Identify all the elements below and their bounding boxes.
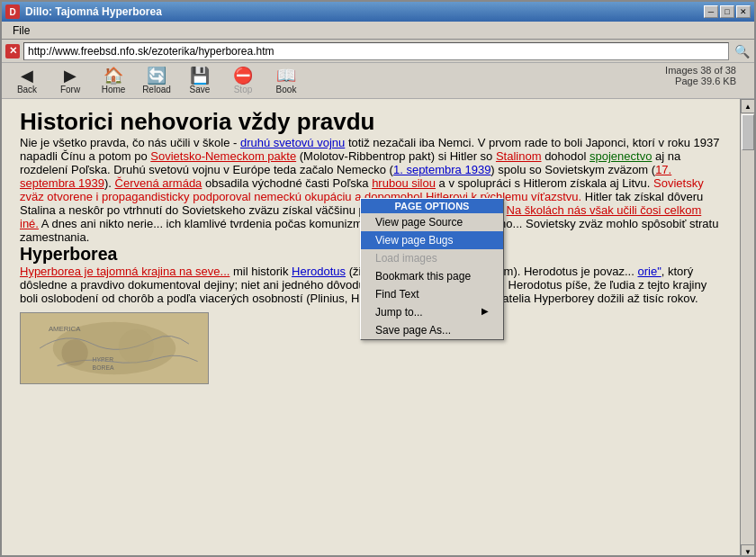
file-menu[interactable]: File — [5, 22, 37, 39]
maximize-button[interactable]: □ — [720, 5, 734, 18]
scrollbar[interactable]: ▲ ▼ — [740, 99, 754, 557]
ctx-jump-to[interactable]: Jump to... — [361, 303, 503, 321]
page-info: Page 39.6 KB — [675, 76, 736, 86]
back-icon: ◀ — [21, 67, 33, 84]
toolbar: ◀ Back ▶ Forw 🏠 Home 🔄 Reload 💾 Save ⛔ S… — [2, 63, 754, 99]
stop-icon: ⛔ — [233, 67, 253, 84]
ctx-load-images: Load images — [361, 249, 503, 267]
reload-label: Reload — [142, 85, 171, 94]
minimize-button[interactable]: ─ — [704, 5, 718, 18]
context-menu-title: PAGE OPTIONS — [361, 199, 503, 213]
svg-point-5 — [62, 339, 88, 365]
save-icon: 💾 — [190, 67, 210, 84]
home-label: Home — [102, 85, 126, 94]
page-title: Historici nehovoria vždy pravdu — [20, 108, 722, 136]
address-x-button[interactable]: ✕ — [5, 44, 20, 58]
title-buttons: ─ □ ✕ — [704, 5, 751, 18]
search-icon[interactable]: 🔍 — [733, 42, 751, 60]
forward-icon: ▶ — [64, 67, 76, 84]
forward-label: Forw — [60, 85, 80, 94]
title-bar: D Dillo: Tajomná Hyperborea ─ □ ✕ — [2, 2, 754, 22]
title-bar-left: D Dillo: Tajomná Hyperborea — [5, 4, 162, 19]
ctx-bookmark[interactable]: Bookmark this page — [361, 267, 503, 285]
scroll-up-button[interactable]: ▲ — [741, 99, 755, 113]
scroll-thumb[interactable] — [742, 114, 754, 150]
address-input[interactable] — [23, 42, 729, 60]
ctx-save-page[interactable]: Save page As... — [361, 321, 503, 339]
app-icon: D — [5, 4, 20, 19]
home-button[interactable]: 🏠 Home — [92, 65, 135, 97]
close-button[interactable]: ✕ — [736, 5, 751, 18]
book-icon: 📖 — [276, 67, 296, 84]
stop-label: Stop — [234, 85, 253, 94]
svg-text:AMERICA: AMERICA — [49, 325, 81, 333]
ctx-view-bugs[interactable]: View page Bugs — [361, 231, 503, 249]
stop-button[interactable]: ⛔ Stop — [221, 65, 265, 97]
back-label: Back — [17, 85, 37, 94]
images-info: Images 38 of 38 — [665, 65, 736, 76]
book-button[interactable]: 📖 Book — [265, 65, 308, 97]
toolbar-info: Images 38 of 38 Page 39.6 KB — [665, 65, 736, 86]
map-image: AMERICA HYPER BOREA — [20, 312, 209, 384]
home-icon: 🏠 — [104, 67, 123, 84]
window-title: Dillo: Tajomná Hyperborea — [25, 5, 162, 18]
context-menu: PAGE OPTIONS View page Source View page … — [360, 198, 504, 340]
reload-icon: 🔄 — [147, 67, 166, 84]
svg-text:BOREA: BOREA — [93, 364, 114, 371]
menubar: File — [2, 22, 754, 40]
save-button[interactable]: 💾 Save — [178, 65, 221, 97]
scroll-down-button[interactable]: ▼ — [741, 544, 755, 557]
book-label: Book — [276, 85, 297, 94]
scroll-track[interactable] — [741, 113, 754, 544]
address-bar: ✕ 🔍 — [2, 40, 754, 63]
svg-point-6 — [119, 329, 154, 364]
ctx-view-source[interactable]: View page Source — [361, 213, 503, 231]
ctx-find-text[interactable]: Find Text — [361, 285, 503, 303]
save-label: Save — [190, 85, 211, 94]
reload-button[interactable]: 🔄 Reload — [135, 65, 178, 97]
back-button[interactable]: ◀ Back — [5, 65, 49, 97]
forward-button[interactable]: ▶ Forw — [49, 65, 92, 97]
